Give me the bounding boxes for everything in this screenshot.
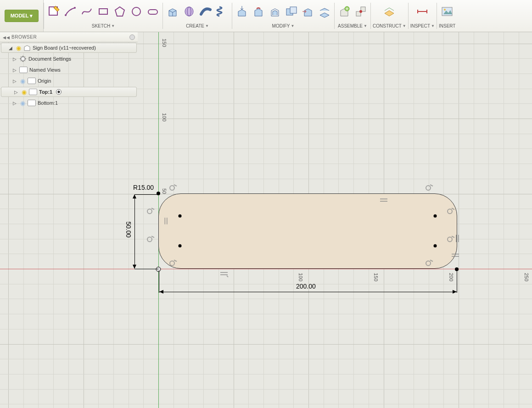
sketch-profile[interactable]: [158, 193, 457, 269]
tangent-constraint-icon[interactable]: [168, 183, 178, 192]
slot-icon[interactable]: [145, 4, 161, 19]
equal-constraint-icon[interactable]: [451, 251, 460, 260]
fillet-icon[interactable]: [251, 4, 266, 19]
tree-item-origin[interactable]: ▷ ◉ Origin: [0, 75, 138, 86]
shell-icon[interactable]: [267, 4, 283, 19]
press-pull-icon[interactable]: [234, 4, 250, 19]
expander-icon[interactable]: ◢: [8, 45, 13, 51]
extrude-icon[interactable]: [165, 4, 180, 19]
sketch-point[interactable]: [434, 244, 437, 248]
sketch-point[interactable]: [179, 215, 182, 218]
expander-icon[interactable]: ▷: [12, 68, 17, 73]
tangent-constraint-icon[interactable]: [168, 259, 178, 267]
svg-point-1: [147, 209, 152, 214]
dimension-line: [134, 196, 135, 268]
equal-constraint-icon[interactable]: [219, 270, 229, 278]
tree-item-named-views[interactable]: ▷ Named Views: [0, 64, 138, 75]
combine-icon[interactable]: [284, 4, 299, 19]
rectangle-icon[interactable]: [95, 4, 111, 19]
body-icon: [28, 100, 36, 106]
svg-point-27: [22, 58, 24, 60]
svg-marker-12: [115, 7, 124, 16]
construction-plane-icon[interactable]: [381, 4, 397, 19]
group-label-create[interactable]: CREATE▼: [186, 22, 209, 29]
equal-constraint-icon[interactable]: [453, 234, 461, 243]
arrow-icon: [453, 290, 457, 294]
group-label-insert[interactable]: INSERT: [439, 22, 456, 29]
spline-icon[interactable]: [79, 4, 95, 19]
tree-item-label: Top:1: [39, 89, 52, 95]
dimension-height[interactable]: 50.00: [125, 221, 132, 238]
workspace-button[interactable]: MODEL ▾: [5, 10, 39, 22]
folder-icon: [28, 78, 36, 84]
svg-rect-14: [148, 10, 157, 14]
tree-root[interactable]: ◢ ◉ Sign Board (v11~recovered): [1, 43, 137, 53]
minimize-dot-icon[interactable]: [129, 34, 135, 40]
insert-image-icon[interactable]: [439, 4, 455, 19]
group-label-modify[interactable]: MODIFY▼: [272, 22, 295, 29]
create-sketch-icon[interactable]: [46, 4, 62, 19]
ruler-tick-h-200: 200: [448, 273, 454, 281]
sketch-point[interactable]: [434, 215, 437, 218]
expander-icon[interactable]: ▷: [12, 79, 17, 84]
folder-icon: [19, 67, 28, 73]
dimension-ext-line: [134, 269, 158, 269]
tangent-constraint-icon[interactable]: [425, 183, 434, 192]
tree-item-top[interactable]: ▷ ◉ Top:1: [1, 87, 137, 97]
toolbar-group-assemble: ASSEMBLE▼: [335, 0, 370, 32]
svg-point-4: [426, 186, 431, 190]
toolbar-group-create: CREATE▼: [163, 0, 232, 32]
dimension-radius[interactable]: R15.00: [133, 184, 154, 191]
align-icon[interactable]: [317, 4, 332, 19]
visibility-toggle-icon[interactable]: ◉: [21, 89, 27, 96]
arrow-icon: [159, 290, 163, 294]
measure-icon[interactable]: [414, 4, 430, 19]
sweep-icon[interactable]: [198, 4, 213, 19]
toolbar-group-modify: MODIFY▼: [232, 0, 334, 32]
expander-icon[interactable]: ▷: [12, 57, 17, 62]
move-icon[interactable]: [300, 4, 316, 19]
line-icon[interactable]: [62, 4, 78, 19]
svg-point-9: [65, 14, 67, 16]
tangent-constraint-icon[interactable]: [146, 207, 155, 215]
group-label-inspect[interactable]: INSPECT▼: [410, 22, 435, 29]
ruler-tick-v-150: 150: [162, 39, 167, 47]
body-icon: [29, 89, 37, 95]
tangent-constraint-icon[interactable]: [425, 259, 434, 267]
tree-item-label: Bottom:1: [38, 100, 58, 106]
joint-icon[interactable]: [353, 4, 369, 19]
svg-rect-18: [290, 7, 297, 13]
revolve-icon[interactable]: [181, 4, 197, 19]
expander-icon[interactable]: ▷: [13, 90, 19, 95]
group-label-sketch[interactable]: SKETCH▼: [92, 22, 115, 29]
collapse-arrow-icon[interactable]: ◂◂: [3, 35, 10, 40]
ruler-tick-v-50: 50: [162, 188, 167, 194]
main-toolbar: MODEL ▾ SKETCH▼ CREATE▼: [0, 0, 532, 32]
equal-constraint-icon[interactable]: [379, 196, 388, 204]
dimension-ext-line: [159, 271, 159, 293]
sketch-point[interactable]: [156, 267, 161, 272]
active-component-icon[interactable]: [56, 89, 62, 95]
visibility-toggle-icon[interactable]: ◉: [19, 78, 26, 85]
workspace-switcher[interactable]: MODEL ▾: [0, 0, 44, 32]
arrow-icon: [133, 194, 136, 198]
dimension-width[interactable]: 200.00: [296, 283, 316, 290]
sketch-point[interactable]: [179, 244, 182, 248]
equal-constraint-icon[interactable]: [162, 217, 171, 225]
new-component-icon[interactable]: [336, 4, 352, 19]
visibility-toggle-icon[interactable]: ◉: [15, 45, 22, 51]
polygon-icon[interactable]: [112, 4, 128, 19]
expander-icon[interactable]: ▷: [12, 101, 17, 106]
coil-icon[interactable]: [214, 4, 230, 19]
circle-icon[interactable]: [129, 4, 144, 19]
tree-item-bottom[interactable]: ▷ ◉ Bottom:1: [0, 97, 138, 108]
tangent-constraint-icon[interactable]: [146, 235, 155, 243]
browser-panel-header[interactable]: ◂◂ BROWSER: [0, 32, 138, 42]
tree-item-document-settings[interactable]: ▷ Document Settings: [0, 53, 138, 64]
group-label-assemble[interactable]: ASSEMBLE▼: [338, 22, 367, 29]
visibility-toggle-icon[interactable]: ◉: [19, 100, 26, 107]
dimension-ext-line: [134, 194, 158, 195]
group-label-construct[interactable]: CONSTRUCT▼: [373, 22, 406, 29]
tangent-constraint-icon[interactable]: [446, 207, 455, 215]
tree-item-label: Named Views: [29, 67, 61, 73]
